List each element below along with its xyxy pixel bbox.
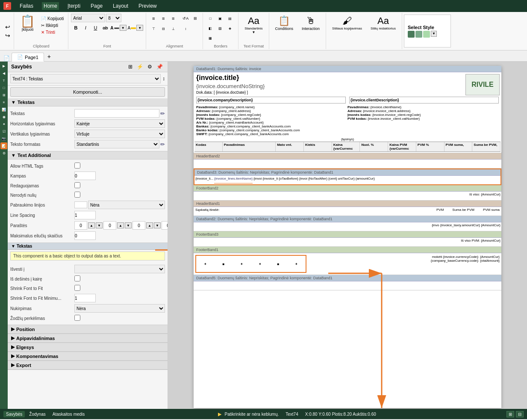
align-right-button[interactable]: ≡ bbox=[168, 14, 178, 23]
tekstas-section-header[interactable]: ▼ Tekstas bbox=[8, 98, 168, 106]
canvas-area[interactable]: DataBand1: Duomenų šaltinis: invoice RIV… bbox=[168, 62, 527, 409]
italic-button[interactable]: I bbox=[81, 23, 90, 33]
bottom-tab-medis[interactable]: Ataskaitos medis bbox=[50, 411, 88, 417]
isdesines-checkbox[interactable] bbox=[74, 275, 80, 281]
highlight-color-dropdown[interactable]: ▼ bbox=[136, 25, 143, 31]
copy-style-button[interactable]: 🖌 Stiliaus kopijavimas bbox=[329, 14, 365, 32]
conditions-button[interactable]: 📋 Conditions bbox=[272, 14, 297, 33]
align-left-button[interactable]: ≡ bbox=[149, 14, 158, 23]
shrink-font-checkbox[interactable] bbox=[74, 285, 80, 291]
vt-btn-3[interactable]: T bbox=[0, 77, 7, 84]
margin-bottom-input[interactable] bbox=[162, 221, 168, 230]
valign-middle-button[interactable]: ⊟ bbox=[159, 24, 168, 33]
išvesti-select[interactable] bbox=[74, 265, 165, 273]
nerodyti-checkbox[interactable] bbox=[74, 192, 80, 198]
margin-right-input[interactable] bbox=[132, 221, 145, 230]
component-select[interactable]: Text74 : Tekstas bbox=[10, 74, 161, 83]
undo-button[interactable]: ↩ bbox=[3, 23, 12, 31]
menu-layout[interactable]: Layout bbox=[111, 2, 130, 10]
sort-properties-btn[interactable]: ↕ bbox=[162, 76, 165, 82]
apipavidalinimas-header[interactable]: ▶ Apipavidalinimas bbox=[8, 334, 168, 343]
margin-left-up[interactable]: ▲ bbox=[88, 222, 95, 228]
horizontal-align-select[interactable]: Kairėje bbox=[74, 119, 165, 128]
margin-top-up[interactable]: ▲ bbox=[117, 222, 124, 228]
allow-html-checkbox[interactable] bbox=[74, 163, 80, 169]
valign-top-button[interactable]: ⊤ bbox=[149, 24, 158, 33]
tekstas-input[interactable] bbox=[74, 109, 159, 118]
tekstas2-header[interactable]: ▼ Tekstas bbox=[8, 243, 168, 250]
pabraukimo-select[interactable]: Nėra bbox=[88, 201, 165, 209]
strikethrough-button[interactable]: ab bbox=[100, 23, 110, 33]
vt-btn-6[interactable]: ≡ bbox=[0, 99, 7, 106]
delete-button[interactable]: ✕ Trinti bbox=[39, 29, 65, 35]
margin-left-down[interactable]: ▼ bbox=[96, 222, 103, 228]
fill-btn1[interactable]: ▨ bbox=[215, 24, 225, 33]
grid-view-btn[interactable]: ⊞ bbox=[506, 411, 514, 417]
vt-btn-11[interactable]: 📷 bbox=[0, 135, 7, 142]
zodziu-checkbox[interactable] bbox=[74, 315, 80, 321]
vt-btn-12[interactable]: 📝 bbox=[0, 142, 7, 149]
line-spacing-input[interactable] bbox=[74, 211, 96, 219]
panel-settings-btn[interactable]: ⚙ bbox=[146, 63, 153, 70]
valign-bottom-button[interactable]: ⊥ bbox=[168, 24, 178, 33]
interaction-button[interactable]: 🖱 Interaction bbox=[298, 14, 323, 33]
border-btn1[interactable]: □ bbox=[206, 14, 215, 23]
komponentavimas-header[interactable]: ▶ Komponentavimas bbox=[8, 352, 168, 361]
vt-btn-10[interactable]: ☑ bbox=[0, 128, 7, 135]
bold-button[interactable]: B bbox=[71, 23, 80, 33]
copy-button[interactable]: 📄 Kopijuoti bbox=[39, 15, 65, 22]
align-center-button[interactable]: ≡ bbox=[159, 14, 168, 23]
paste-button[interactable]: 📋 Įklijuoti bbox=[17, 14, 38, 33]
vt-btn-13[interactable]: ⚙ bbox=[0, 150, 7, 157]
vt-btn-1[interactable]: ▶ bbox=[0, 62, 7, 69]
vt-btn-5[interactable]: ⊞ bbox=[0, 92, 7, 98]
vt-btn-4[interactable]: □ bbox=[0, 84, 7, 91]
tab-page1[interactable]: 📄 Page1 bbox=[12, 53, 44, 62]
line-spacing-button[interactable]: ↕ bbox=[181, 24, 190, 33]
position-header[interactable]: ▶ Position bbox=[8, 325, 168, 334]
menu-failas[interactable]: Failas bbox=[18, 2, 35, 10]
underline-button[interactable]: U bbox=[91, 23, 100, 33]
text-format-select[interactable]: Standartinis bbox=[74, 140, 159, 148]
menu-page[interactable]: Page bbox=[89, 2, 104, 10]
vertical-align-select[interactable]: Viršuje bbox=[74, 130, 165, 138]
rotate-btn1[interactable]: ↺A bbox=[181, 14, 190, 23]
vt-btn-8[interactable]: ◉ bbox=[0, 113, 7, 120]
max-rows-input[interactable] bbox=[74, 231, 96, 240]
fill-btn3[interactable]: ▦ bbox=[206, 33, 215, 43]
margin-left-input[interactable] bbox=[74, 221, 87, 230]
margin-top-input[interactable] bbox=[103, 221, 116, 230]
select-style-dropdown[interactable]: ▼ bbox=[431, 31, 437, 37]
bottom-tab-zodynas[interactable]: Žodynas bbox=[26, 411, 48, 417]
shrink-font-min-input[interactable] bbox=[74, 294, 96, 302]
kampas-input[interactable] bbox=[74, 172, 96, 180]
build-button[interactable]: Komponuoti... bbox=[10, 87, 165, 97]
rotate-btn2[interactable]: ⊞ bbox=[191, 14, 200, 23]
redaguojamas-checkbox[interactable] bbox=[74, 182, 80, 188]
margin-right-up[interactable]: ▲ bbox=[146, 222, 153, 228]
menu-iterpti[interactable]: Įterpti bbox=[66, 2, 82, 10]
menu-preview[interactable]: Preview bbox=[137, 2, 159, 10]
font-color-dropdown[interactable]: ▼ bbox=[120, 25, 127, 31]
nukirpimas-select[interactable]: Nėra bbox=[74, 304, 165, 313]
redo-button[interactable]: ↪ bbox=[3, 31, 12, 40]
border-btn4[interactable]: ◧ bbox=[206, 24, 215, 33]
text-additional-header[interactable]: ▼ Text Additional bbox=[8, 151, 168, 160]
export-header[interactable]: ▶ Export bbox=[8, 361, 168, 370]
vt-btn-7[interactable]: 📊 bbox=[0, 106, 7, 113]
fill-btn2[interactable]: ◈ bbox=[225, 24, 235, 33]
tab-add-button[interactable]: + bbox=[44, 52, 54, 61]
margin-right-down[interactable]: ▼ bbox=[154, 222, 161, 228]
margin-top-down[interactable]: ▼ bbox=[125, 222, 132, 228]
style-editor-button[interactable]: Aa Stilių redaktorius bbox=[367, 14, 399, 32]
menu-home[interactable]: Home bbox=[42, 2, 59, 10]
cut-button[interactable]: ✂ Iškirpti bbox=[39, 22, 65, 29]
elgesys-header[interactable]: ▶ Elgesys bbox=[8, 343, 168, 352]
panel-layout-btn[interactable]: ⊞ bbox=[127, 63, 134, 70]
fit-view-btn[interactable]: ⊟ bbox=[516, 411, 524, 417]
border-btn2[interactable]: ▣ bbox=[215, 14, 225, 23]
standard-button[interactable]: Aa Standartinis ▼ bbox=[241, 14, 266, 36]
vt-btn-9[interactable]: ✦ bbox=[0, 121, 7, 127]
panel-sort-btn[interactable]: ⚡ bbox=[135, 63, 144, 70]
font-family-select[interactable]: Arial bbox=[71, 14, 105, 22]
